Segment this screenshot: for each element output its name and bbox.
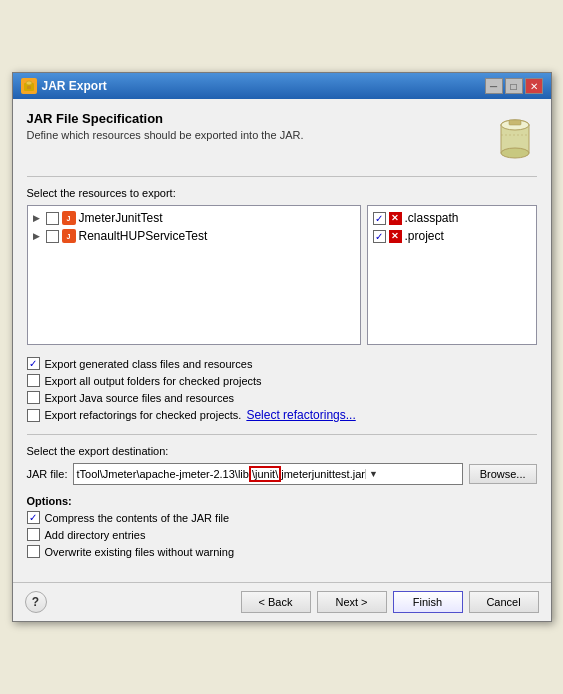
maximize-button[interactable]: □	[505, 78, 523, 94]
option-compress-row[interactable]: Compress the contents of the JAR file	[27, 511, 537, 524]
checkbox-project[interactable]	[373, 230, 386, 243]
resources-section: Select the resources to export: ▶ J Jmet…	[27, 187, 537, 345]
tree-item-jmeter-label: JmeterJunitTest	[79, 211, 163, 225]
cancel-button[interactable]: Cancel	[469, 591, 539, 613]
checkbox-export-java-label: Export Java source files and resources	[45, 392, 235, 404]
select-refactorings-link[interactable]: Select refactorings...	[246, 408, 355, 422]
checkbox-export-output-label: Export all output folders for checked pr…	[45, 375, 262, 387]
section-desc: Define which resources should be exporte…	[27, 129, 304, 141]
option-compress-label: Compress the contents of the JAR file	[45, 512, 230, 524]
nav-buttons: < Back Next > Finish Cancel	[241, 591, 539, 613]
expand-arrow-renault[interactable]: ▶	[33, 231, 43, 241]
window-title: JAR Export	[42, 79, 107, 93]
options-label: Options:	[27, 495, 537, 507]
browse-button[interactable]: Browse...	[469, 464, 537, 484]
expand-arrow-jmeter[interactable]: ▶	[33, 213, 43, 223]
window-icon	[21, 78, 37, 94]
svg-point-1	[26, 81, 32, 85]
options-section: Options: Compress the contents of the JA…	[27, 495, 537, 558]
checkbox-row-3[interactable]: Export refactorings for checked projects…	[27, 408, 537, 422]
option-overwrite-checkbox[interactable]	[27, 545, 40, 558]
option-overwrite-row[interactable]: Overwrite existing files without warning	[27, 545, 537, 558]
dropdown-arrow[interactable]: ▼	[365, 469, 381, 479]
path-before: tTool\Jmeter\apache-jmeter-2.13\lib	[74, 468, 248, 480]
dest-section-label: Select the export destination:	[27, 445, 537, 457]
options-checkboxes-section: Export generated class files and resourc…	[27, 357, 537, 422]
title-bar-left: JAR Export	[21, 78, 107, 94]
checkbox-export-output[interactable]	[27, 374, 40, 387]
left-tree-panel[interactable]: ▶ J JmeterJunitTest ▶ J RenaultHUPServic…	[27, 205, 361, 345]
tree-item-renault[interactable]: ▶ J RenaultHUPServiceTest	[31, 227, 357, 245]
close-button[interactable]: ✕	[525, 78, 543, 94]
x-icon-classpath: ✕	[389, 212, 402, 225]
jar-file-label: JAR file:	[27, 468, 68, 480]
minimize-button[interactable]: ─	[485, 78, 503, 94]
svg-rect-2	[27, 86, 31, 89]
checkbox-export-refactor-label: Export refactorings for checked projects…	[45, 409, 242, 421]
checkbox-export-generated-label: Export generated class files and resourc…	[45, 358, 253, 370]
next-button[interactable]: Next >	[317, 591, 387, 613]
back-button[interactable]: < Back	[241, 591, 311, 613]
dialog-window: JAR Export ─ □ ✕ JAR File Specification …	[12, 72, 552, 622]
destination-section: Select the export destination: JAR file:…	[27, 445, 537, 485]
title-bar: JAR Export ─ □ ✕	[13, 73, 551, 99]
option-directory-label: Add directory entries	[45, 529, 146, 541]
checkbox-row-1[interactable]: Export all output folders for checked pr…	[27, 374, 537, 387]
option-directory-row[interactable]: Add directory entries	[27, 528, 537, 541]
checkbox-export-generated[interactable]	[27, 357, 40, 370]
bottom-bar: ? < Back Next > Finish Cancel	[13, 582, 551, 621]
checkbox-jmeter[interactable]	[46, 212, 59, 225]
right-item-project-label: .project	[405, 229, 444, 243]
right-item-project[interactable]: ✕ .project	[371, 227, 533, 245]
tree-item-renault-label: RenaultHUPServiceTest	[79, 229, 208, 243]
checkbox-renault[interactable]	[46, 230, 59, 243]
path-highlight: \junit\	[249, 466, 281, 482]
option-compress-checkbox[interactable]	[27, 511, 40, 524]
checkbox-export-java[interactable]	[27, 391, 40, 404]
svg-rect-7	[509, 120, 521, 125]
java-icon-renault: J	[62, 229, 76, 243]
tree-item-jmeter[interactable]: ▶ J JmeterJunitTest	[31, 209, 357, 227]
option-directory-checkbox[interactable]	[27, 528, 40, 541]
checkbox-export-refactor[interactable]	[27, 409, 40, 422]
title-buttons: ─ □ ✕	[485, 78, 543, 94]
checkbox-classpath[interactable]	[373, 212, 386, 225]
header-section: JAR File Specification Define which reso…	[27, 111, 537, 177]
help-button[interactable]: ?	[25, 591, 47, 613]
resources-panel: ▶ J JmeterJunitTest ▶ J RenaultHUPServic…	[27, 205, 537, 345]
finish-button[interactable]: Finish	[393, 591, 463, 613]
path-after: jmeterjunittest.jar	[281, 468, 365, 480]
right-panel[interactable]: ✕ .classpath ✕ .project	[367, 205, 537, 345]
checkbox-row-2[interactable]: Export Java source files and resources	[27, 391, 537, 404]
section-title: JAR File Specification	[27, 111, 304, 126]
java-icon-jmeter: J	[62, 211, 76, 225]
x-icon-project: ✕	[389, 230, 402, 243]
main-content: JAR File Specification Define which reso…	[13, 99, 551, 582]
right-item-classpath[interactable]: ✕ .classpath	[371, 209, 533, 227]
resources-label: Select the resources to export:	[27, 187, 537, 199]
dest-row: JAR file: tTool\Jmeter\apache-jmeter-2.1…	[27, 463, 537, 485]
right-item-classpath-label: .classpath	[405, 211, 459, 225]
option-overwrite-label: Overwrite existing files without warning	[45, 546, 235, 558]
divider-1	[27, 434, 537, 435]
svg-point-5	[501, 148, 529, 158]
jar-path-input-wrap[interactable]: tTool\Jmeter\apache-jmeter-2.13\lib \jun…	[73, 463, 462, 485]
jar-icon	[493, 113, 537, 166]
checkbox-row-0[interactable]: Export generated class files and resourc…	[27, 357, 537, 370]
